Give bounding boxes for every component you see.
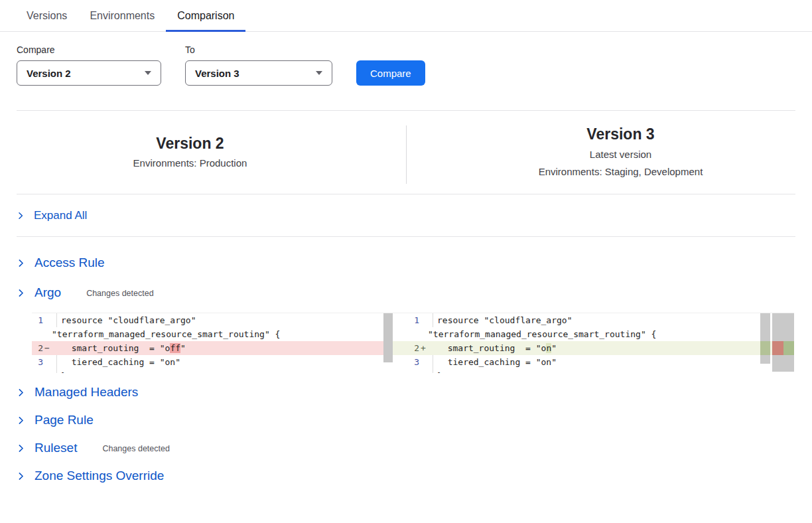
to-version-select-value: Version 3 — [195, 68, 239, 79]
chevron-right-icon — [17, 388, 25, 397]
version-right-environments: Environments: Staging, Development — [539, 165, 703, 179]
version-header-right: Version 3 Latest version Environments: S… — [426, 123, 812, 181]
code-line-clipped: } — [32, 369, 393, 373]
compare-label: Compare — [17, 44, 161, 55]
code-line-clipped: } — [393, 369, 794, 373]
tab-comparison[interactable]: Comparison — [166, 0, 245, 32]
version-left-title: Version 2 — [156, 134, 224, 153]
version-headers: Version 2 Environments: Production Versi… — [17, 111, 795, 194]
chevron-right-icon — [17, 444, 25, 453]
section-row-page-rule[interactable]: Page Rule — [17, 412, 795, 428]
version-left-environments: Environments: Production — [133, 157, 247, 170]
version-right-subtitle: Latest version — [590, 148, 651, 161]
section-row-managed-headers[interactable]: Managed Headers — [17, 384, 795, 400]
inline-removed-highlight: ff — [170, 343, 180, 353]
to-field: To Version 3 — [185, 44, 332, 86]
section-label: Managed Headers — [34, 385, 138, 400]
compare-version-select[interactable]: Version 2 — [17, 60, 161, 86]
section-label: Page Rule — [34, 413, 94, 427]
section-row-ruleset[interactable]: Ruleset Changes detected — [17, 440, 795, 456]
section-label: Ruleset — [34, 441, 77, 455]
line-number: 2 — [393, 341, 419, 355]
line-number: 3 — [32, 355, 43, 369]
divider — [17, 236, 795, 237]
code-line-wrapped: "terraform_managed_resource_smart_routin… — [393, 327, 794, 341]
section-row-access-rule[interactable]: Access Rule — [17, 255, 795, 271]
compare-field: Compare Version 2 — [17, 44, 161, 86]
removed-sign: − — [43, 341, 54, 355]
version-right-title: Version 3 — [586, 125, 654, 144]
diff-overview-ruler[interactable] — [772, 313, 794, 372]
code-line-wrapped: "terraform_managed_resource_smart_routin… — [32, 327, 393, 341]
line-number: 1 — [393, 313, 419, 327]
diff-line-added: 2+ smart_routing = "on" — [393, 341, 794, 355]
left-pane-scrollbar[interactable] — [383, 313, 393, 362]
chevron-right-icon — [17, 259, 25, 267]
tab-bar: Versions Environments Comparison — [0, 0, 812, 32]
diff-pane-left: 1 resource "cloudflare_argo" "terraform_… — [32, 313, 393, 373]
section-label: Zone Settings Override — [34, 469, 164, 483]
compare-form: Compare Version 2 To Version 3 Compare — [17, 44, 795, 86]
to-version-select[interactable]: Version 3 — [185, 60, 332, 86]
chevron-down-icon — [316, 71, 322, 75]
scrollbar-added-mark — [760, 341, 770, 355]
section-label: Access Rule — [34, 256, 105, 270]
line-number: 2 — [32, 341, 43, 355]
chevron-right-icon — [17, 472, 25, 481]
diff-pane-right: 1 resource "cloudflare_argo" "terraform_… — [393, 313, 794, 373]
expand-all-row[interactable]: Expand All — [17, 194, 795, 236]
line-number: 1 — [32, 313, 43, 327]
diff-line-removed: 2− smart_routing = "off" — [32, 341, 393, 355]
expand-all-label: Expand All — [34, 209, 87, 222]
comparison-page: Versions Environments Comparison Compare… — [0, 0, 812, 523]
header-vertical-divider — [406, 125, 407, 184]
changes-detected-badge: Changes detected — [102, 444, 169, 453]
tab-environments[interactable]: Environments — [78, 0, 166, 32]
code-line: 3 tiered_caching = "on" — [393, 355, 794, 369]
tab-versions[interactable]: Versions — [15, 0, 78, 32]
version-header-left: Version 2 Environments: Production — [0, 123, 385, 181]
compare-version-select-value: Version 2 — [27, 68, 71, 79]
overview-removed-mark — [772, 341, 783, 355]
chevron-right-icon — [17, 416, 25, 425]
line-number: 3 — [393, 355, 419, 369]
code-line: 3 tiered_caching = "on" — [32, 355, 393, 369]
to-label: To — [185, 44, 332, 55]
section-row-argo[interactable]: Argo Changes detected — [17, 285, 795, 301]
overview-added-mark — [783, 341, 794, 355]
code-line: 1 resource "cloudflare_argo" — [393, 313, 794, 327]
chevron-down-icon — [145, 71, 151, 75]
section-label: Argo — [34, 285, 61, 300]
section-row-zone-settings-override[interactable]: Zone Settings Override — [17, 468, 795, 484]
added-sign: + — [419, 341, 430, 355]
code-line: 1 resource "cloudflare_argo" — [32, 313, 393, 327]
chevron-right-icon — [17, 212, 25, 220]
diff-viewer: 1 resource "cloudflare_argo" "terraform_… — [32, 313, 794, 373]
changes-detected-badge: Changes detected — [86, 289, 153, 298]
right-pane-scrollbar[interactable] — [760, 313, 770, 364]
chevron-right-icon — [17, 289, 25, 297]
compare-button[interactable]: Compare — [356, 60, 425, 86]
bottom-spacer — [0, 484, 812, 518]
